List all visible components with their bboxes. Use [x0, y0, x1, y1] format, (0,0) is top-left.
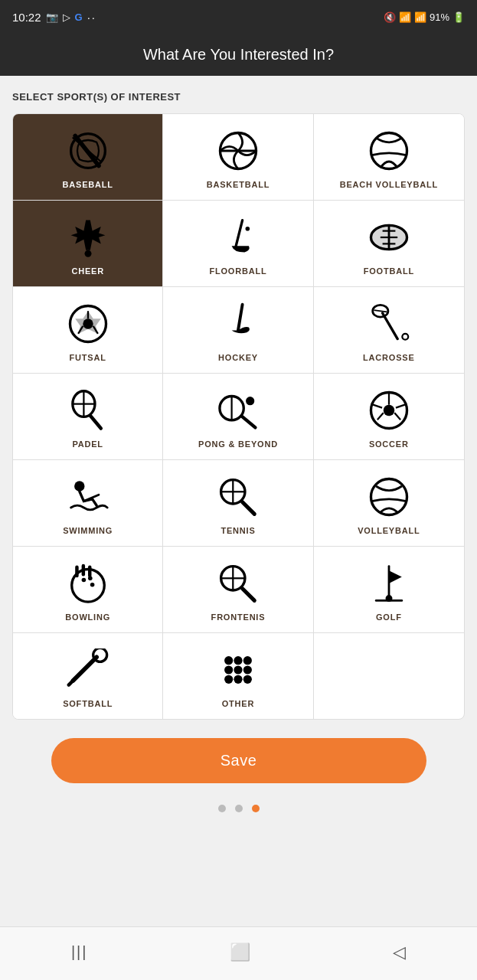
swimming-icon — [65, 474, 111, 520]
frontenis-icon — [215, 560, 261, 606]
hockey-label: HOCKEY — [218, 353, 258, 362]
floorball-icon — [215, 214, 261, 260]
basketball-icon — [215, 128, 261, 174]
padel-icon — [65, 387, 111, 433]
beach_volleyball-label: BEACH VOLLEYBALL — [340, 180, 438, 189]
nav-bar: ||| ⬜ ◁ — [0, 926, 477, 980]
svg-point-41 — [74, 481, 84, 491]
svg-point-71 — [243, 665, 252, 674]
svg-point-8 — [246, 227, 250, 231]
svg-point-17 — [83, 318, 93, 328]
svg-point-6 — [84, 250, 91, 257]
svg-point-70 — [224, 665, 233, 674]
google-icon: G — [75, 11, 83, 23]
play-icon: ▷ — [63, 11, 70, 23]
svg-point-67 — [224, 675, 233, 684]
futsal-icon — [65, 301, 111, 347]
svg-line-62 — [73, 657, 96, 681]
sport-item-cheer[interactable]: CHEER — [13, 201, 163, 287]
volleyball-label: VOLLEYBALL — [358, 526, 420, 535]
volleyball-icon — [366, 474, 412, 520]
svg-line-37 — [394, 413, 400, 420]
svg-point-33 — [246, 397, 254, 405]
tennis-label: TENNIS — [221, 526, 255, 535]
pong_beyond-label: PONG & BEYOND — [198, 439, 278, 449]
sport-item-tennis[interactable]: TENNIS — [163, 460, 313, 547]
lacrosse-icon — [366, 301, 412, 347]
sports-grid: BASEBALLBASKETBALLBEACH VOLLEYBALLCHEERF… — [12, 113, 465, 720]
nav-home-button[interactable]: ⬜ — [230, 942, 250, 962]
svg-point-69 — [234, 665, 242, 674]
nav-menu-button[interactable]: ||| — [71, 943, 88, 961]
swimming-label: SWIMMING — [63, 526, 113, 535]
sport-item-other[interactable]: OTHER — [163, 633, 313, 719]
svg-point-68 — [243, 675, 252, 684]
sport-item-padel[interactable]: PADEL — [13, 374, 163, 460]
lacrosse-label: LACROSSE — [363, 353, 415, 362]
sport-item-football[interactable]: FOOTBALL — [314, 201, 464, 287]
cheer-label: CHEER — [71, 266, 104, 276]
sport-item-basketball[interactable]: BASKETBALL — [163, 114, 313, 201]
svg-point-63 — [93, 648, 106, 662]
wifi-icon: 📶 — [399, 11, 411, 23]
sport-item-lacrosse[interactable]: LACROSSE — [314, 287, 464, 374]
futsal-label: FUTSAL — [70, 353, 106, 362]
sport-item-frontenis[interactable]: FRONTENIS — [163, 547, 313, 633]
save-button[interactable]: Save — [51, 738, 426, 783]
baseball-label: BASEBALL — [63, 180, 113, 189]
camera-icon: 📷 — [46, 11, 58, 23]
sport-item-golf[interactable]: GOLF — [314, 547, 464, 633]
svg-point-35 — [384, 405, 395, 416]
sport-item-bowling[interactable]: BOWLING — [13, 547, 163, 633]
svg-rect-53 — [81, 564, 84, 577]
sport-item-hockey[interactable]: HOCKEY — [163, 287, 313, 374]
pagination-dot-3[interactable] — [252, 805, 260, 812]
bowling-label: BOWLING — [65, 612, 110, 622]
sport-item-volleyball[interactable]: VOLLEYBALL — [314, 460, 464, 547]
cheer-icon — [65, 214, 111, 260]
svg-point-49 — [81, 578, 86, 583]
svg-line-24 — [374, 310, 387, 312]
status-time: 10:22 — [12, 11, 41, 24]
svg-point-51 — [90, 583, 94, 587]
svg-line-38 — [377, 413, 384, 420]
other-icon — [215, 647, 261, 693]
pagination-dot-1[interactable] — [218, 805, 226, 812]
beach_volleyball-icon — [366, 128, 412, 174]
sport-item-beach_volleyball[interactable]: BEACH VOLLEYBALL — [314, 114, 464, 201]
soccer-icon — [366, 387, 412, 433]
battery-icon: 🔋 — [452, 11, 465, 23]
golf-label: GOLF — [376, 612, 402, 622]
sport-item-futsal[interactable]: FUTSAL — [13, 287, 163, 374]
sport-item-soccer[interactable]: SOCCER — [314, 374, 464, 460]
svg-line-58 — [243, 589, 255, 601]
other-label: OTHER — [222, 699, 255, 708]
football-icon — [366, 214, 412, 260]
soccer-label: SOCCER — [369, 439, 409, 449]
floorball-label: FLOORBALL — [209, 266, 266, 276]
svg-point-65 — [224, 656, 233, 665]
svg-line-29 — [90, 416, 100, 429]
pong_beyond-icon — [215, 387, 261, 433]
signal-icon: 📶 — [414, 11, 426, 23]
mute-icon: 🔇 — [384, 11, 396, 23]
svg-point-73 — [234, 675, 242, 684]
sport-item-baseball[interactable]: BASEBALL — [13, 114, 163, 201]
svg-rect-52 — [75, 565, 78, 577]
page-header: What Are You Interested In? — [0, 34, 477, 76]
sport-item-swimming[interactable]: SWIMMING — [13, 460, 163, 547]
hockey-icon — [215, 301, 261, 347]
svg-line-7 — [236, 220, 242, 247]
pagination-dot-2[interactable] — [235, 805, 243, 812]
page-title: What Are You Interested In? — [143, 46, 334, 63]
sport-item-softball[interactable]: SOFTBALL — [13, 633, 163, 719]
padel-label: PADEL — [72, 439, 103, 449]
frontenis-label: FRONTENIS — [211, 612, 266, 622]
softball-label: SOFTBALL — [63, 699, 113, 708]
sport-item-pong_beyond[interactable]: PONG & BEYOND — [163, 374, 313, 460]
sport-item-floorball[interactable]: FLOORBALL — [163, 201, 313, 287]
baseball-icon — [65, 128, 111, 174]
basketball-label: BASKETBALL — [207, 180, 270, 189]
nav-back-button[interactable]: ◁ — [393, 942, 406, 962]
svg-line-64 — [68, 678, 74, 684]
